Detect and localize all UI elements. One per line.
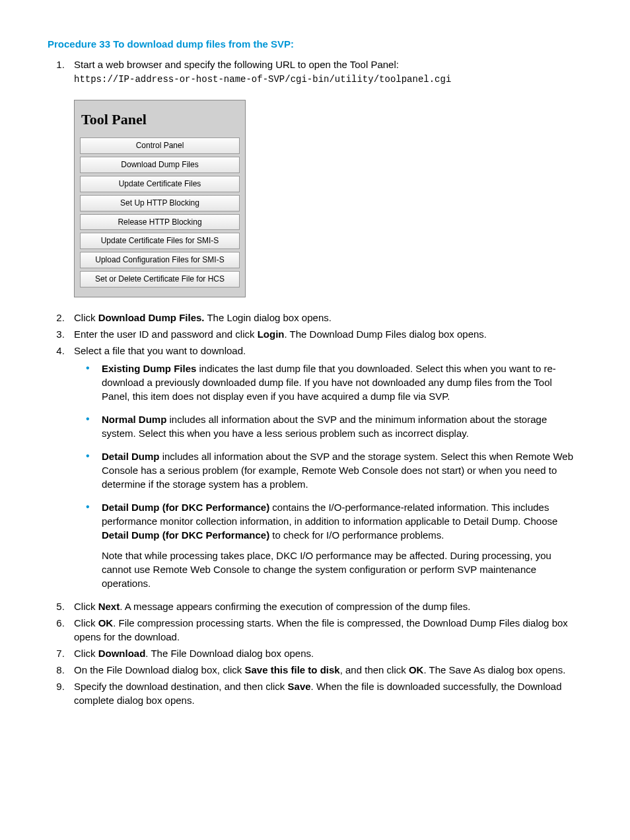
step-text: . A message appears confirming the execu… — [120, 601, 470, 612]
step-text: Click — [74, 601, 98, 612]
step-text: The Login dialog box opens. — [205, 312, 332, 323]
step-text: . The Download Dump Files dialog box ope… — [284, 328, 487, 340]
procedure-steps: Start a web browser and specify the foll… — [53, 57, 582, 707]
step-bold: Download — [98, 648, 146, 659]
step-2: Click Download Dump Files. The Login dia… — [67, 311, 582, 325]
step-text: Enter the user ID and password and click — [74, 328, 258, 340]
step-text: Click — [74, 617, 98, 629]
bullet-text: includes all information about the SVP a… — [102, 414, 547, 439]
tool-panel-screenshot: Tool Panel Control Panel Download Dump F… — [74, 100, 246, 297]
tool-panel-button[interactable]: Release HTTP Blocking — [80, 214, 240, 231]
step-code: https://IP-address-or-host-name-of-SVP/c… — [74, 74, 451, 85]
bullet-bold: Detail Dump — [102, 451, 160, 462]
tool-panel-button[interactable]: Update Certificate Files — [80, 176, 240, 192]
step-3: Enter the user ID and password and click… — [67, 327, 582, 341]
step-bold: Download Dump Files. — [98, 312, 205, 323]
tool-panel-button[interactable]: Upload Configuration Files for SMI-S — [80, 252, 240, 268]
bullet-bold: Detail Dump (for DKC Performance) — [102, 502, 269, 513]
step-text: Specify the download destination, and th… — [74, 681, 288, 692]
step-bold: Save — [288, 681, 311, 692]
step-text: . The Save As dialog box opens. — [423, 664, 565, 675]
step-bold: Login — [258, 328, 285, 340]
step-bold: Next — [98, 601, 120, 612]
bullet-text: to check for I/O performance problems. — [269, 529, 444, 541]
tool-panel-button[interactable]: Set or Delete Certificate File for HCS — [80, 271, 240, 287]
step-5: Click Next. A message appears confirming… — [67, 599, 582, 613]
bullet-item: Detail Dump (for DKC Performance) contai… — [85, 500, 582, 590]
step-text: . The File Download dialog box opens. — [145, 648, 314, 659]
step-7: Click Download. The File Download dialog… — [67, 646, 582, 660]
step-bold: OK — [409, 664, 424, 675]
step-text: Start a web browser and specify the foll… — [74, 59, 399, 70]
bullet-text: includes all information about the SVP a… — [102, 451, 573, 490]
bullet-item: Detail Dump includes all information abo… — [85, 449, 582, 491]
step-4: Select a file that you want to download.… — [67, 344, 582, 590]
step-text: Click — [74, 648, 98, 659]
bullet-bold: Detail Dump (for DKC Performance) — [102, 529, 269, 541]
step-9: Specify the download destination, and th… — [67, 679, 582, 707]
step-text: Click — [74, 312, 98, 323]
tool-panel-button[interactable]: Update Certificate Files for SMI-S — [80, 233, 240, 249]
step-bold: Save this file to disk — [244, 664, 339, 675]
step-text: . File compression processing starts. Wh… — [74, 617, 568, 642]
bullet-bold: Existing Dump Files — [102, 363, 196, 374]
step-1: Start a web browser and specify the foll… — [67, 57, 582, 297]
step-bold: OK — [98, 617, 114, 629]
bullet-item: Existing Dump Files indicates the last d… — [85, 362, 582, 403]
step-text: On the File Download dialog box, click — [74, 664, 244, 675]
tool-panel-button[interactable]: Download Dump Files — [80, 157, 240, 173]
tool-panel-button[interactable]: Set Up HTTP Blocking — [80, 195, 240, 211]
step-text: Select a file that you want to download. — [74, 345, 246, 356]
procedure-title: Procedure 33 To download dump files from… — [48, 37, 582, 51]
bullet-note: Note that while processing takes place, … — [102, 549, 582, 590]
step-4-bullets: Existing Dump Files indicates the last d… — [85, 362, 582, 590]
bullet-item: Normal Dump includes all information abo… — [85, 412, 582, 440]
step-8: On the File Download dialog box, click S… — [67, 663, 582, 677]
step-text: , and then click — [340, 664, 409, 675]
step-6: Click OK. File compression processing st… — [67, 616, 582, 644]
tool-panel-title: Tool Panel — [81, 110, 240, 130]
tool-panel-button[interactable]: Control Panel — [80, 137, 240, 154]
bullet-bold: Normal Dump — [102, 414, 166, 425]
